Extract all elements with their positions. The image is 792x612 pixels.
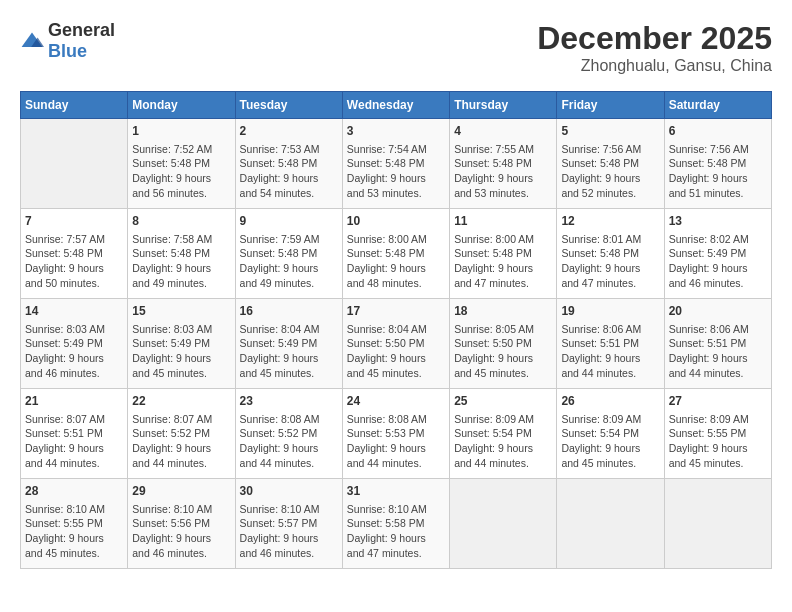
calendar-cell	[557, 479, 664, 569]
day-header-tuesday: Tuesday	[235, 92, 342, 119]
day-info: Sunrise: 8:10 AM Sunset: 5:56 PM Dayligh…	[132, 502, 230, 561]
calendar-cell: 18Sunrise: 8:05 AM Sunset: 5:50 PM Dayli…	[450, 299, 557, 389]
day-header-wednesday: Wednesday	[342, 92, 449, 119]
calendar-cell: 29Sunrise: 8:10 AM Sunset: 5:56 PM Dayli…	[128, 479, 235, 569]
day-info: Sunrise: 8:09 AM Sunset: 5:54 PM Dayligh…	[561, 412, 659, 471]
day-header-friday: Friday	[557, 92, 664, 119]
day-info: Sunrise: 8:06 AM Sunset: 5:51 PM Dayligh…	[561, 322, 659, 381]
calendar-cell: 13Sunrise: 8:02 AM Sunset: 5:49 PM Dayli…	[664, 209, 771, 299]
calendar-cell: 3Sunrise: 7:54 AM Sunset: 5:48 PM Daylig…	[342, 119, 449, 209]
day-info: Sunrise: 8:05 AM Sunset: 5:50 PM Dayligh…	[454, 322, 552, 381]
calendar-table: SundayMondayTuesdayWednesdayThursdayFrid…	[20, 91, 772, 569]
day-header-monday: Monday	[128, 92, 235, 119]
week-row-4: 21Sunrise: 8:07 AM Sunset: 5:51 PM Dayli…	[21, 389, 772, 479]
day-info: Sunrise: 7:57 AM Sunset: 5:48 PM Dayligh…	[25, 232, 123, 291]
day-number: 26	[561, 393, 659, 410]
day-number: 29	[132, 483, 230, 500]
calendar-cell: 25Sunrise: 8:09 AM Sunset: 5:54 PM Dayli…	[450, 389, 557, 479]
calendar-cell: 10Sunrise: 8:00 AM Sunset: 5:48 PM Dayli…	[342, 209, 449, 299]
day-info: Sunrise: 8:08 AM Sunset: 5:53 PM Dayligh…	[347, 412, 445, 471]
calendar-cell	[21, 119, 128, 209]
day-number: 18	[454, 303, 552, 320]
day-number: 24	[347, 393, 445, 410]
day-number: 4	[454, 123, 552, 140]
day-info: Sunrise: 7:55 AM Sunset: 5:48 PM Dayligh…	[454, 142, 552, 201]
calendar-cell: 19Sunrise: 8:06 AM Sunset: 5:51 PM Dayli…	[557, 299, 664, 389]
day-info: Sunrise: 7:56 AM Sunset: 5:48 PM Dayligh…	[669, 142, 767, 201]
day-number: 31	[347, 483, 445, 500]
calendar-cell: 14Sunrise: 8:03 AM Sunset: 5:49 PM Dayli…	[21, 299, 128, 389]
day-number: 22	[132, 393, 230, 410]
calendar-cell: 27Sunrise: 8:09 AM Sunset: 5:55 PM Dayli…	[664, 389, 771, 479]
calendar-cell: 28Sunrise: 8:10 AM Sunset: 5:55 PM Dayli…	[21, 479, 128, 569]
day-number: 5	[561, 123, 659, 140]
day-number: 10	[347, 213, 445, 230]
logo-general: General	[48, 20, 115, 40]
calendar-cell: 30Sunrise: 8:10 AM Sunset: 5:57 PM Dayli…	[235, 479, 342, 569]
day-number: 14	[25, 303, 123, 320]
logo: General Blue	[20, 20, 115, 62]
calendar-cell: 21Sunrise: 8:07 AM Sunset: 5:51 PM Dayli…	[21, 389, 128, 479]
day-info: Sunrise: 7:56 AM Sunset: 5:48 PM Dayligh…	[561, 142, 659, 201]
calendar-cell	[664, 479, 771, 569]
day-info: Sunrise: 8:03 AM Sunset: 5:49 PM Dayligh…	[25, 322, 123, 381]
week-row-5: 28Sunrise: 8:10 AM Sunset: 5:55 PM Dayli…	[21, 479, 772, 569]
day-header-sunday: Sunday	[21, 92, 128, 119]
day-info: Sunrise: 8:04 AM Sunset: 5:50 PM Dayligh…	[347, 322, 445, 381]
calendar-cell: 2Sunrise: 7:53 AM Sunset: 5:48 PM Daylig…	[235, 119, 342, 209]
calendar-cell: 26Sunrise: 8:09 AM Sunset: 5:54 PM Dayli…	[557, 389, 664, 479]
logo-text: General Blue	[48, 20, 115, 62]
calendar-cell: 11Sunrise: 8:00 AM Sunset: 5:48 PM Dayli…	[450, 209, 557, 299]
day-header-thursday: Thursday	[450, 92, 557, 119]
location: Zhonghualu, Gansu, China	[537, 57, 772, 75]
calendar-cell: 7Sunrise: 7:57 AM Sunset: 5:48 PM Daylig…	[21, 209, 128, 299]
day-number: 28	[25, 483, 123, 500]
day-info: Sunrise: 8:08 AM Sunset: 5:52 PM Dayligh…	[240, 412, 338, 471]
day-number: 17	[347, 303, 445, 320]
month-year: December 2025	[537, 20, 772, 57]
day-info: Sunrise: 8:04 AM Sunset: 5:49 PM Dayligh…	[240, 322, 338, 381]
day-info: Sunrise: 7:53 AM Sunset: 5:48 PM Dayligh…	[240, 142, 338, 201]
day-number: 16	[240, 303, 338, 320]
calendar-cell: 8Sunrise: 7:58 AM Sunset: 5:48 PM Daylig…	[128, 209, 235, 299]
calendar-cell: 16Sunrise: 8:04 AM Sunset: 5:49 PM Dayli…	[235, 299, 342, 389]
calendar-cell: 23Sunrise: 8:08 AM Sunset: 5:52 PM Dayli…	[235, 389, 342, 479]
calendar-cell: 1Sunrise: 7:52 AM Sunset: 5:48 PM Daylig…	[128, 119, 235, 209]
day-info: Sunrise: 7:59 AM Sunset: 5:48 PM Dayligh…	[240, 232, 338, 291]
logo-icon	[20, 31, 44, 51]
week-row-3: 14Sunrise: 8:03 AM Sunset: 5:49 PM Dayli…	[21, 299, 772, 389]
calendar-cell: 24Sunrise: 8:08 AM Sunset: 5:53 PM Dayli…	[342, 389, 449, 479]
week-row-1: 1Sunrise: 7:52 AM Sunset: 5:48 PM Daylig…	[21, 119, 772, 209]
calendar-cell: 15Sunrise: 8:03 AM Sunset: 5:49 PM Dayli…	[128, 299, 235, 389]
day-info: Sunrise: 8:10 AM Sunset: 5:57 PM Dayligh…	[240, 502, 338, 561]
day-info: Sunrise: 8:07 AM Sunset: 5:52 PM Dayligh…	[132, 412, 230, 471]
day-number: 2	[240, 123, 338, 140]
day-info: Sunrise: 8:07 AM Sunset: 5:51 PM Dayligh…	[25, 412, 123, 471]
days-header-row: SundayMondayTuesdayWednesdayThursdayFrid…	[21, 92, 772, 119]
day-info: Sunrise: 8:09 AM Sunset: 5:55 PM Dayligh…	[669, 412, 767, 471]
day-number: 20	[669, 303, 767, 320]
day-info: Sunrise: 7:58 AM Sunset: 5:48 PM Dayligh…	[132, 232, 230, 291]
calendar-cell: 6Sunrise: 7:56 AM Sunset: 5:48 PM Daylig…	[664, 119, 771, 209]
day-info: Sunrise: 8:09 AM Sunset: 5:54 PM Dayligh…	[454, 412, 552, 471]
day-number: 30	[240, 483, 338, 500]
day-info: Sunrise: 8:03 AM Sunset: 5:49 PM Dayligh…	[132, 322, 230, 381]
day-info: Sunrise: 8:10 AM Sunset: 5:55 PM Dayligh…	[25, 502, 123, 561]
day-number: 12	[561, 213, 659, 230]
calendar-cell: 4Sunrise: 7:55 AM Sunset: 5:48 PM Daylig…	[450, 119, 557, 209]
calendar-cell: 31Sunrise: 8:10 AM Sunset: 5:58 PM Dayli…	[342, 479, 449, 569]
day-number: 11	[454, 213, 552, 230]
day-info: Sunrise: 7:54 AM Sunset: 5:48 PM Dayligh…	[347, 142, 445, 201]
day-info: Sunrise: 8:02 AM Sunset: 5:49 PM Dayligh…	[669, 232, 767, 291]
day-header-saturday: Saturday	[664, 92, 771, 119]
day-number: 7	[25, 213, 123, 230]
calendar-cell: 20Sunrise: 8:06 AM Sunset: 5:51 PM Dayli…	[664, 299, 771, 389]
day-number: 25	[454, 393, 552, 410]
calendar-cell: 5Sunrise: 7:56 AM Sunset: 5:48 PM Daylig…	[557, 119, 664, 209]
day-number: 13	[669, 213, 767, 230]
day-number: 27	[669, 393, 767, 410]
week-row-2: 7Sunrise: 7:57 AM Sunset: 5:48 PM Daylig…	[21, 209, 772, 299]
header: General Blue December 2025 Zhonghualu, G…	[20, 20, 772, 75]
day-number: 15	[132, 303, 230, 320]
day-info: Sunrise: 8:01 AM Sunset: 5:48 PM Dayligh…	[561, 232, 659, 291]
